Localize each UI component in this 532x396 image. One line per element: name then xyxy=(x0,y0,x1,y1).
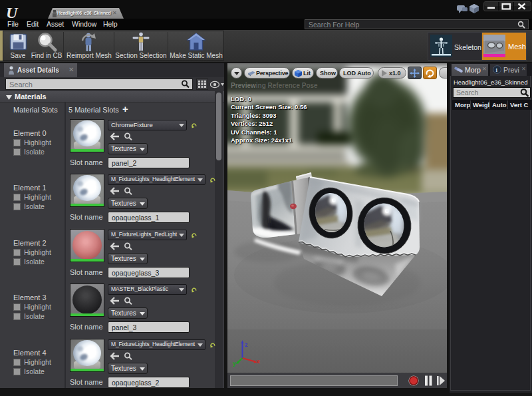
svg-text:y: y xyxy=(233,360,236,367)
svg-text:x: x xyxy=(257,358,260,365)
svg-text:z: z xyxy=(245,341,248,348)
